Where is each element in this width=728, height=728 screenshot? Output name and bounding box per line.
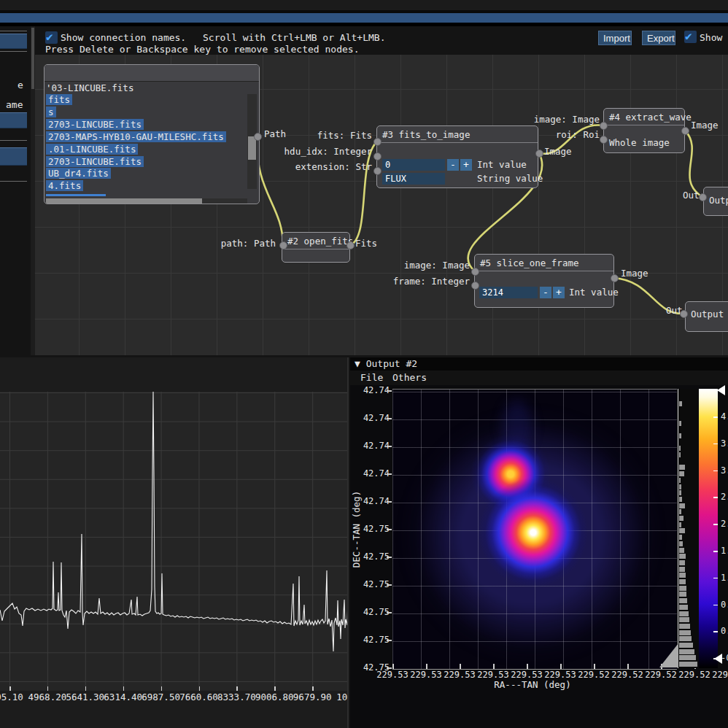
show-connection-names-checkbox[interactable] bbox=[45, 31, 58, 44]
y-tick-label: 42.74 bbox=[363, 385, 390, 395]
spectrum-panel[interactable]: 95.104968.205641.306314.406987.507660.60… bbox=[0, 357, 349, 728]
hdu-idx-decrement-button[interactable]: - bbox=[447, 159, 459, 171]
hdu-idx-increment-button[interactable]: + bbox=[460, 159, 472, 171]
sidebar-splitter-thumb[interactable] bbox=[31, 28, 34, 89]
intensity-histogram bbox=[678, 389, 697, 668]
connection-socket[interactable] bbox=[254, 133, 262, 141]
y-tick-label: 42.75 bbox=[363, 635, 390, 645]
file-list-hscrollbar-thumb[interactable] bbox=[46, 198, 202, 204]
file-list-node-titlebar[interactable] bbox=[44, 65, 259, 82]
file-list-item[interactable]: s bbox=[46, 107, 56, 117]
connection-socket[interactable] bbox=[279, 241, 287, 249]
sidebar-button-1[interactable] bbox=[0, 34, 27, 49]
histogram-bar bbox=[679, 643, 693, 648]
colorbar-min-clip-arrow-icon bbox=[714, 654, 722, 664]
connection-socket[interactable] bbox=[346, 241, 355, 249]
x-tick-mark bbox=[594, 664, 595, 669]
file-list-item[interactable]: fits bbox=[46, 94, 72, 105]
node-fits-to-image[interactable]: #3 fits_to_image 0 - + Int value FLUX St… bbox=[376, 125, 538, 188]
sidebar-button-2[interactable] bbox=[0, 112, 27, 128]
node-open-fits-title[interactable]: #2 open_fits bbox=[282, 233, 349, 249]
sidebar-separator bbox=[0, 140, 27, 141]
sidebar-button-3[interactable] bbox=[0, 147, 27, 166]
menu-others[interactable]: Others bbox=[392, 372, 427, 383]
colorbar-tick-label: 4. bbox=[721, 411, 728, 422]
x-tick-mark bbox=[236, 686, 238, 691]
colorbar-tick-label: 1. bbox=[721, 573, 728, 583]
file-current-item[interactable]: '03-LINCUBE.fits bbox=[46, 82, 133, 93]
extract-wave-roi-input-label: roi: Roi bbox=[556, 129, 600, 140]
menu-file[interactable]: File bbox=[360, 372, 383, 383]
window-titlebar[interactable] bbox=[0, 13, 728, 23]
histogram-bar bbox=[679, 541, 683, 546]
node-extract-wave-title[interactable]: #4 extract_wave bbox=[604, 109, 684, 125]
file-list-item[interactable]: 4.fits bbox=[46, 180, 83, 191]
sky-image[interactable] bbox=[392, 389, 677, 670]
frame-decrement-button[interactable]: - bbox=[540, 287, 551, 298]
x-tick-label: 229.53 bbox=[511, 670, 542, 680]
node-output-1-title[interactable]: Outp bbox=[704, 187, 728, 208]
app-window: e ame Show connection names. Scroll with… bbox=[0, 0, 728, 728]
y-tick-mark bbox=[387, 667, 392, 669]
output-2-titlebar[interactable]: ▼ Output #2 bbox=[350, 357, 728, 371]
node-open-fits[interactable]: #2 open_fits bbox=[282, 232, 350, 263]
histogram-bar bbox=[679, 497, 682, 502]
node-output-2-title[interactable]: Output # bbox=[686, 302, 728, 322]
file-list-item[interactable]: 2703-MAPS-HYB10-GAU-MILESHC.fits bbox=[46, 131, 226, 142]
colorbar-tick-label: 0. bbox=[721, 600, 728, 610]
connection-socket[interactable] bbox=[471, 268, 479, 276]
file-list-node[interactable]: '03-LINCUBE.fits fitss2703-LINCUBE.fits2… bbox=[44, 64, 260, 204]
connection-socket[interactable] bbox=[535, 150, 543, 158]
import-button[interactable]: Import bbox=[598, 31, 632, 45]
connection-socket[interactable] bbox=[373, 167, 382, 175]
spectrum-trace bbox=[0, 392, 349, 651]
colorbar-tick-mark bbox=[713, 551, 718, 552]
histogram-bar bbox=[679, 522, 681, 527]
node-output-2[interactable]: Output # bbox=[685, 301, 728, 332]
file-list-item[interactable]: 2703-LINCUBE.fits bbox=[46, 119, 144, 130]
connection-socket[interactable] bbox=[471, 282, 479, 290]
delete-hint-label: Press Delete or Backspace key to remove … bbox=[45, 44, 359, 55]
node-extract-wave[interactable]: #4 extract_wave Whole image bbox=[603, 108, 685, 153]
sidebar-separator bbox=[0, 31, 27, 31]
frame-increment-button[interactable]: + bbox=[553, 287, 565, 298]
histogram-bar bbox=[679, 598, 687, 603]
file-list-item[interactable]: 2703-LINCUBE.fits bbox=[46, 156, 144, 167]
file-list-item[interactable]: .01-LINCUBE.fits bbox=[46, 144, 138, 155]
file-list-item[interactable]: UB_dr4.fits bbox=[46, 168, 111, 179]
connection-socket[interactable] bbox=[600, 136, 608, 144]
show-grid-checkbox[interactable] bbox=[684, 31, 697, 43]
titlebar-shadow bbox=[0, 23, 728, 26]
histogram-bar bbox=[679, 649, 694, 654]
output-2-window[interactable]: ▼ Output #2 File Others DEC--TAN (deg) 4… bbox=[350, 357, 728, 728]
colorbar-tick-mark bbox=[713, 578, 718, 579]
node-output-1[interactable]: Outp bbox=[703, 187, 728, 216]
node-fits-to-image-title[interactable]: #3 fits_to_image bbox=[377, 126, 538, 143]
frame-input[interactable]: 3214 bbox=[479, 287, 538, 298]
export-button[interactable]: Export bbox=[642, 31, 675, 45]
collapse-triangle-icon[interactable]: ▼ bbox=[355, 358, 360, 369]
histogram-bar bbox=[679, 465, 685, 470]
connection-socket[interactable] bbox=[680, 310, 688, 318]
histogram-bar bbox=[679, 617, 689, 622]
dec-axis-label: DEC--TAN (deg) bbox=[351, 483, 362, 576]
extension-input[interactable]: FLUX bbox=[382, 173, 445, 185]
histogram-bar bbox=[679, 655, 696, 660]
hdu-idx-input[interactable]: 0 bbox=[382, 159, 445, 171]
x-tick-label: 9679.90 bbox=[293, 692, 332, 702]
int-value-label: Int value bbox=[477, 160, 527, 170]
connection-socket[interactable] bbox=[373, 138, 382, 146]
connection-socket[interactable] bbox=[699, 193, 707, 201]
y-tick-mark bbox=[387, 446, 392, 447]
connection-socket[interactable] bbox=[611, 274, 619, 282]
connection-socket[interactable] bbox=[681, 127, 689, 135]
colorbar[interactable] bbox=[699, 389, 718, 668]
node-slice-one-frame[interactable]: #5 slice_one_frame 3214 - + Int value bbox=[474, 254, 614, 308]
x-tick-label: 229.52 bbox=[611, 670, 643, 680]
x-tick-mark bbox=[627, 664, 629, 669]
node-slice-one-frame-title[interactable]: #5 slice_one_frame bbox=[475, 255, 613, 271]
connection-socket[interactable] bbox=[373, 152, 382, 160]
connection-socket[interactable] bbox=[600, 122, 608, 130]
colorbar-tick-mark bbox=[713, 417, 718, 418]
x-tick-mark bbox=[460, 664, 461, 669]
